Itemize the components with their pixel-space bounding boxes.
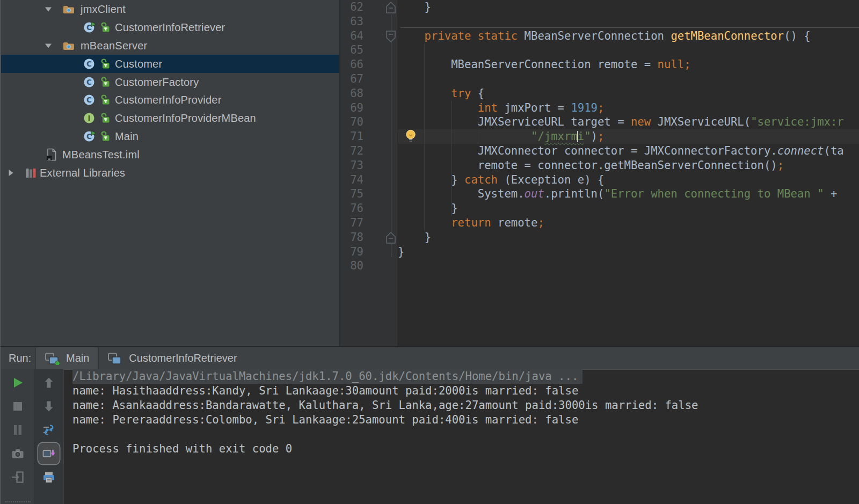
tree-item-external-libraries[interactable]: External Libraries: [1, 164, 339, 182]
code-line-78[interactable]: }: [398, 230, 859, 245]
up-stack-trace-button[interactable]: [41, 375, 57, 391]
svg-text:I: I: [88, 114, 90, 122]
svg-text:C: C: [86, 96, 92, 104]
lock-icon: [100, 21, 111, 33]
tree-item-label: CustomerFactory: [115, 76, 199, 88]
code-line-70[interactable]: JMXServiceURL target = new JMXServiceURL…: [398, 115, 859, 129]
collapse-toggle-icon[interactable]: [44, 5, 53, 13]
close-button[interactable]: [10, 469, 26, 485]
code-editor[interactable]: 62636465666768697071727374757677787980 }…: [340, 0, 859, 346]
code-line-73[interactable]: remote = connector.getMBeanServerConnect…: [398, 158, 859, 173]
lock-icon: [100, 131, 111, 142]
code-line-63[interactable]: [398, 14, 859, 29]
console-output-line: name: Asankaaddress:Bandarawatte, Kaluth…: [72, 398, 859, 413]
line-number: 77: [340, 216, 397, 230]
code-line-64[interactable]: private static MBeanServerConnection get…: [398, 29, 859, 43]
tree-item-customerinfoprovidermbean[interactable]: ICustomerInfoProviderMBean: [1, 109, 339, 127]
fold-marker-icon[interactable]: [385, 1, 397, 14]
code-line-62[interactable]: }: [398, 0, 859, 14]
module-file-icon: [46, 148, 57, 161]
code-line-79[interactable]: }: [398, 245, 859, 259]
code-line-80[interactable]: [398, 259, 859, 273]
run-tool-window: Run: Main CustomerInfoRetriever /Library…: [0, 346, 859, 504]
line-number: 66: [340, 57, 397, 72]
run-tab-label: Main: [66, 352, 89, 364]
pause-output-button[interactable]: [10, 422, 26, 438]
editor-gutter: 62636465666768697071727374757677787980: [340, 0, 397, 346]
console-command-line[interactable]: /Library/Java/JavaVirtualMachines/jdk1.7…: [72, 369, 583, 384]
tree-item-label: CustomerInfoProvider: [115, 94, 222, 106]
line-number: 79: [340, 245, 397, 259]
tree-item-jmxclient[interactable]: jmxClient: [1, 0, 339, 18]
code-line-68[interactable]: try {: [398, 86, 859, 101]
runnable-class-icon: C: [83, 130, 97, 143]
tree-item-label: jmxClient: [81, 3, 126, 15]
interface-icon: I: [83, 112, 97, 125]
line-number: 72: [340, 144, 397, 158]
code-line-72[interactable]: JMXConnector connector = JMXConnectorFac…: [398, 144, 859, 158]
tree-item-customer[interactable]: CCustomer: [1, 55, 339, 73]
console-output[interactable]: /Library/Java/JavaVirtualMachines/jdk1.7…: [64, 369, 859, 504]
line-number: 65: [340, 43, 397, 57]
console-tab-icon: [45, 352, 60, 365]
run-controls-toolbar: [1, 369, 34, 504]
line-number: 73: [340, 158, 397, 173]
run-body: /Library/Java/JavaVirtualMachines/jdk1.7…: [1, 369, 859, 504]
class-icon: C: [83, 57, 97, 70]
tree-item-main[interactable]: CMain: [1, 127, 339, 145]
console-output-line: name: Hasithaaddress:Kandy, Sri Lankaage…: [72, 384, 859, 398]
run-header: Run: Main CustomerInfoRetriever: [1, 347, 859, 370]
code-line-76[interactable]: }: [398, 201, 859, 216]
run-tab-customerinforetriever[interactable]: CustomerInfoRetriever: [98, 347, 245, 369]
class-icon: C: [83, 76, 97, 89]
fold-indicator-line: [391, 14, 391, 257]
tree-item-customerinforetriever[interactable]: CCustomerInfoRetriever: [1, 18, 339, 36]
line-number: 74: [340, 173, 397, 187]
code-line-66[interactable]: MBeanServerConnection remote = null;: [398, 57, 859, 72]
code-line-75[interactable]: System.out.println("Error when connectin…: [398, 187, 859, 201]
line-number: 76: [340, 201, 397, 216]
lock-icon: [100, 58, 111, 69]
print-button[interactable]: [41, 469, 57, 485]
code-line-77[interactable]: return remote;: [398, 216, 859, 230]
line-number: 80: [340, 259, 397, 273]
run-label: Run:: [1, 347, 35, 369]
intention-bulb-icon[interactable]: [404, 129, 418, 143]
tree-item-customerinfoprovider[interactable]: CCustomerInfoProvider: [1, 91, 339, 109]
scroll-to-end-button[interactable]: [41, 445, 57, 462]
line-number: 75: [340, 187, 397, 201]
run-tab-main[interactable]: Main: [35, 347, 98, 369]
fold-marker-icon[interactable]: [385, 30, 397, 43]
console-tab-icon: [107, 352, 123, 365]
project-tree-panel: jmxClientCCustomerInfoRetrievermBeanServ…: [0, 0, 340, 346]
tree-item-label: Main: [115, 130, 139, 143]
code-line-74[interactable]: } catch (Exception e) {: [398, 173, 859, 187]
package-folder-icon: [62, 40, 75, 51]
tree-item-mbeanstest-iml[interactable]: MBeansTest.iml: [1, 145, 339, 164]
stop-button[interactable]: [10, 398, 26, 414]
tree-item-label: Customer: [115, 57, 162, 70]
libraries-icon: [25, 167, 38, 179]
package-folder-icon: [62, 4, 75, 14]
tree-item-label: mBeanServer: [81, 39, 147, 52]
thread-dump-button[interactable]: [10, 445, 26, 462]
tree-item-mbeanserver[interactable]: mBeanServer: [1, 36, 339, 55]
line-number: 70: [340, 115, 397, 129]
expand-toggle-icon[interactable]: [6, 169, 15, 177]
fold-marker-icon[interactable]: [385, 231, 397, 245]
tree-item-label: MBeansTest.iml: [62, 149, 140, 161]
code-line-69[interactable]: int jmxPort = 1919;: [398, 101, 859, 115]
soft-wrap-button[interactable]: [41, 422, 57, 438]
class-icon: C: [83, 93, 97, 106]
rerun-button[interactable]: [10, 375, 26, 391]
lock-icon: [100, 113, 111, 124]
down-stack-trace-button[interactable]: [41, 398, 57, 414]
lock-icon: [100, 94, 111, 106]
collapse-toggle-icon[interactable]: [44, 41, 53, 50]
line-number: 68: [340, 86, 397, 101]
code-line-67[interactable]: [398, 72, 859, 86]
tree-item-customerfactory[interactable]: CCustomerFactory: [1, 73, 339, 91]
code-line-71[interactable]: "/jmxrmi");: [398, 129, 859, 144]
console-controls-toolbar: [34, 369, 64, 504]
code-line-65[interactable]: [398, 43, 859, 57]
